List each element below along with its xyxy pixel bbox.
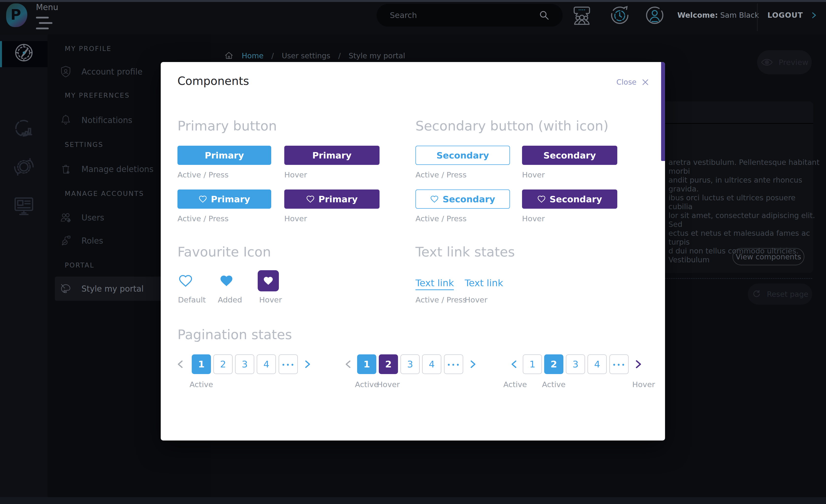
state-caption: Added (218, 295, 242, 304)
close-icon (641, 78, 649, 86)
heart-outline-icon (178, 274, 193, 288)
close-label: Close (616, 78, 637, 86)
pagination-next-button[interactable] (301, 355, 313, 374)
page-button-2[interactable]: 2 (379, 355, 398, 374)
page-button-1[interactable]: 1 (523, 355, 542, 374)
heart-icon (537, 195, 546, 203)
compass-icon[interactable] (0, 40, 48, 65)
page-button-4[interactable]: 4 (257, 355, 276, 374)
pagination-prev-button[interactable] (175, 355, 186, 374)
menu-label: Menu (36, 2, 58, 12)
state-caption: Hover (284, 214, 307, 223)
components-modal: Components Close Primary button Primary … (161, 62, 665, 441)
modal-close-button[interactable]: Close (616, 78, 649, 86)
primary-button-active[interactable]: Primary (177, 146, 271, 165)
page-button-4[interactable]: 4 (422, 355, 441, 374)
header-divider (757, 3, 758, 31)
page-ellipsis-button[interactable]: ••• (609, 355, 629, 374)
search-input[interactable] (390, 10, 538, 20)
breadcrumb-user-settings[interactable]: User settings (282, 51, 331, 60)
pagination-next-button[interactable] (632, 355, 644, 374)
primary-button-hover[interactable]: Primary (284, 146, 379, 165)
search-bar[interactable] (376, 4, 563, 26)
hamburger-icon[interactable] (36, 27, 49, 29)
bottom-strip (0, 497, 826, 504)
state-caption: Hover (522, 214, 545, 223)
text-link-heading: Text link states (415, 244, 515, 260)
page-button-3[interactable]: 3 (235, 355, 254, 374)
favourite-added-icon[interactable] (219, 274, 234, 288)
page-ellipsis-button[interactable]: ••• (444, 355, 463, 374)
hamburger-icon[interactable] (39, 22, 52, 24)
page-ellipsis-button[interactable]: ••• (279, 355, 298, 374)
text-link-active[interactable]: Text link (415, 277, 454, 290)
modal-scrollbar[interactable] (661, 62, 665, 161)
display-icon[interactable] (0, 193, 48, 218)
pagination-heading: Pagination states (177, 327, 292, 342)
state-caption: Hover (632, 380, 655, 389)
pagination-prev-button[interactable] (343, 355, 354, 374)
sidebar-item-label: Account profile (81, 67, 142, 76)
secondary-button-active[interactable]: Secondary (415, 146, 510, 165)
state-caption: Active (542, 380, 566, 389)
chevron-right-icon (810, 11, 818, 19)
page-button-4[interactable]: 4 (588, 355, 607, 374)
chevron-right-icon (302, 358, 312, 371)
page-button-1[interactable]: 1 (192, 355, 211, 374)
account-icon[interactable] (643, 3, 666, 27)
analytics-icon[interactable] (0, 116, 48, 140)
favourite-default-icon[interactable] (178, 274, 193, 288)
chevron-right-icon (467, 358, 478, 371)
secondary-button-hover[interactable]: Secondary (522, 146, 617, 165)
state-caption: Active / Press (415, 295, 467, 304)
state-caption: Hover (259, 295, 282, 304)
heart-icon (430, 195, 438, 203)
heart-filled-icon (263, 276, 274, 286)
chevron-left-icon (509, 358, 520, 371)
hamburger-icon[interactable] (36, 17, 49, 18)
process-icon[interactable] (0, 154, 48, 179)
preview-button[interactable]: Preview (757, 50, 812, 74)
pagination-prev-button[interactable] (509, 355, 520, 374)
search-icon[interactable] (538, 10, 550, 21)
state-caption: Hover (377, 380, 400, 389)
shield-user-icon (59, 65, 72, 78)
reset-page-label: Reset page (767, 290, 808, 299)
state-caption: Active / Press (415, 170, 467, 179)
secondary-button-icon-hover[interactable]: Secondary (522, 189, 617, 209)
page-button-3[interactable]: 3 (566, 355, 585, 374)
sidebar-item-label: Roles (81, 236, 103, 246)
pagination-next-button[interactable] (467, 355, 478, 374)
page-button-1[interactable]: 1 (357, 355, 376, 374)
page-button-2[interactable]: 2 (544, 355, 564, 374)
home-icon[interactable] (224, 51, 234, 61)
logout-button[interactable]: LOGOUT (767, 11, 818, 19)
sidebar-item-label: Manage deletions (81, 165, 154, 174)
primary-button-icon-active[interactable]: Primary (177, 189, 271, 209)
secondary-button-icon-active[interactable]: Secondary (415, 189, 510, 209)
user-name: Sam Black (720, 11, 759, 19)
timer-icon[interactable] (608, 3, 632, 27)
state-caption: Active (355, 380, 378, 389)
state-caption: Default (178, 295, 206, 304)
sidebar-section-my-profile: MY PROFILE (65, 45, 112, 52)
breadcrumb-separator: / (338, 51, 341, 60)
chat-group-icon[interactable] (570, 3, 594, 27)
welcome-text: Welcome: Sam Black (677, 11, 751, 19)
reset-page-button[interactable]: Reset page (748, 284, 812, 305)
state-caption: Active / Press (177, 214, 229, 223)
page-button-3[interactable]: 3 (401, 355, 420, 374)
heart-icon (199, 195, 207, 203)
primary-button-icon-hover[interactable]: Primary (284, 189, 379, 209)
state-caption: Active / Press (415, 214, 467, 223)
text-link-hover[interactable]: Text link (465, 277, 503, 289)
sidebar-section-settings: SETTINGS (65, 141, 103, 148)
modal-title: Components (177, 74, 249, 87)
sidebar-item-label: Notifications (81, 115, 132, 125)
breadcrumb-home[interactable]: Home (242, 51, 263, 60)
sidebar-item-label: Style my portal (81, 284, 144, 294)
page-button-2[interactable]: 2 (214, 355, 233, 374)
view-components-button[interactable]: View components (732, 248, 804, 265)
favourite-hover-icon[interactable] (258, 270, 279, 292)
heart-icon (306, 195, 314, 203)
